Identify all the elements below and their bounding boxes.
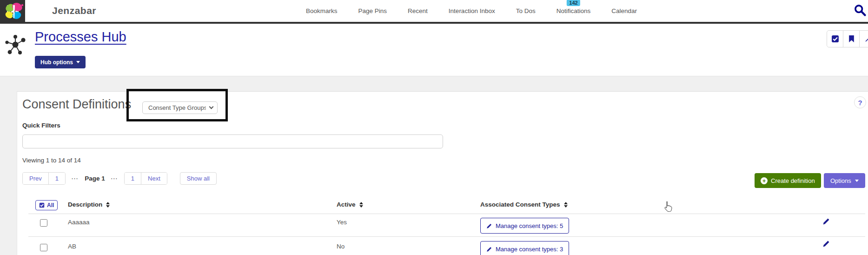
sort-icon <box>106 202 110 208</box>
jenzabar-butterfly-logo <box>4 2 24 21</box>
pencil-icon <box>822 217 830 225</box>
manage-consent-types-button[interactable]: Manage consent types: 3 <box>480 241 569 255</box>
show-all-button[interactable]: Show all <box>180 172 217 185</box>
table-header-divider <box>28 214 865 214</box>
row-checkbox[interactable] <box>40 244 47 251</box>
notifications-count-badge: 142 <box>567 0 580 6</box>
help-icon: ? <box>858 99 862 107</box>
pagination-prev-group: Prev 1 <box>22 172 66 185</box>
navbar-menu: Bookmarks Page Pins Recent Interaction I… <box>306 0 637 22</box>
bookmark-page-button[interactable] <box>843 31 860 47</box>
check-square-icon <box>831 35 839 43</box>
next-page-button[interactable]: Next <box>141 173 167 184</box>
pagination-ellipsis-left: ... <box>72 174 79 180</box>
bookmark-icon <box>848 35 855 43</box>
options-label: Options <box>830 177 851 184</box>
help-button[interactable]: ? <box>854 96 866 108</box>
viewing-status-text: Viewing 1 to 14 of 14 <box>22 157 81 164</box>
quick-filters-input[interactable] <box>22 134 443 148</box>
consent-definitions-card: Consent Definitions ? Consent Type Group… <box>17 91 868 255</box>
pencil-icon <box>486 223 492 229</box>
consent-type-group-select[interactable]: Consent Type Groups <box>142 101 218 114</box>
select-all-button[interactable]: All <box>35 200 58 210</box>
column-header-description[interactable]: Description <box>68 201 110 208</box>
nav-item-calendar[interactable]: Calendar <box>611 7 637 14</box>
edit-row-button[interactable] <box>822 217 830 227</box>
cell-active: Yes <box>337 219 347 226</box>
top-navbar: Jenzabar Bookmarks Page Pins Recent Inte… <box>0 0 868 22</box>
prev-page-button[interactable]: Prev <box>23 173 48 184</box>
column-header-active[interactable]: Active <box>337 201 363 208</box>
hub-header: Processes Hub Hub options <box>0 24 868 76</box>
cell-description: Aaaaaa <box>68 219 90 226</box>
create-definition-button[interactable]: + Create definition <box>755 173 821 188</box>
check-square-icon <box>39 202 45 208</box>
hub-options-label: Hub options <box>40 59 73 66</box>
nav-item-page-pins[interactable]: Page Pins <box>358 7 387 14</box>
cell-active: No <box>337 243 345 250</box>
pencil-icon <box>822 240 830 248</box>
search-button[interactable] <box>854 4 867 17</box>
sort-icon <box>359 202 363 208</box>
edit-page-button[interactable] <box>860 31 868 47</box>
cell-description: AB <box>68 243 76 250</box>
consent-type-group-select-wrap: Consent Type Groups <box>142 101 218 114</box>
nav-item-notifications[interactable]: 142 Notifications <box>557 7 591 14</box>
nav-item-to-dos[interactable]: To Dos <box>516 7 536 14</box>
chevron-down-icon <box>76 61 80 63</box>
nav-item-recent[interactable]: Recent <box>408 7 428 14</box>
search-icon <box>854 4 867 17</box>
nav-item-bookmarks[interactable]: Bookmarks <box>306 7 338 14</box>
edit-row-button[interactable] <box>822 240 830 249</box>
select-page-button[interactable] <box>827 31 843 47</box>
row-checkbox[interactable] <box>40 219 47 227</box>
page-title-link[interactable]: Processes Hub <box>35 29 126 45</box>
nav-item-interaction-inbox[interactable]: Interaction Inbox <box>449 7 495 14</box>
column-header-associated-consent-types[interactable]: Associated Consent Types <box>480 201 568 208</box>
processes-hub-icon <box>4 33 27 56</box>
external-arrow-icon <box>864 35 868 43</box>
plus-circle-icon: + <box>761 177 768 184</box>
first-page-button[interactable]: 1 <box>48 173 65 184</box>
pagination-ellipsis-right: ... <box>111 174 118 180</box>
manage-consent-types-button[interactable]: Manage consent types: 5 <box>480 218 569 234</box>
hub-options-button[interactable]: Hub options <box>35 56 86 68</box>
pencil-icon <box>486 246 492 252</box>
sort-icon <box>564 202 568 208</box>
quick-filters-label: Quick Filters <box>22 122 60 129</box>
last-page-button[interactable]: 1 <box>125 173 141 184</box>
pagination-next-group: 1 Next <box>124 172 167 185</box>
section-heading: Consent Definitions <box>22 97 131 112</box>
page-action-toolbar <box>827 30 868 47</box>
options-button[interactable]: Options <box>824 173 865 188</box>
pagination: Prev 1 ... Page 1 ... 1 Next Show all <box>22 172 217 185</box>
current-page-label: Page 1 <box>85 175 105 182</box>
create-definition-label: Create definition <box>771 177 815 184</box>
chevron-down-icon <box>855 180 859 182</box>
table-row-divider <box>28 236 865 237</box>
logo-wordmark[interactable]: Jenzabar <box>52 5 96 16</box>
select-all-label: All <box>47 202 54 208</box>
nav-item-notifications-label: Notifications <box>557 7 591 14</box>
